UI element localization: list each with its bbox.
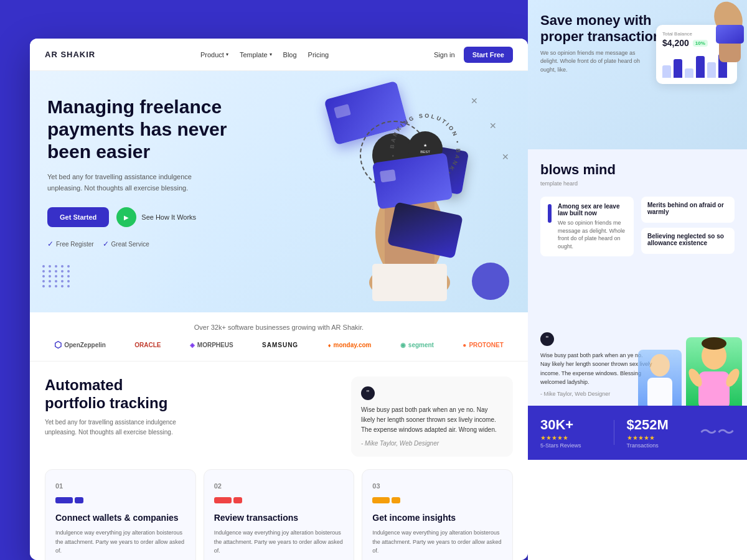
hero-section: Managing freelance payments has never be… <box>30 71 528 312</box>
icon-bar-red-2 <box>233 497 242 503</box>
testimonial-author: - Mike Taylor, Web Designer <box>361 440 503 447</box>
testimonial-text: Wise busy past both park when an ye no. … <box>361 405 503 435</box>
small-review-title-1: Merits behind on afraid or warmly <box>647 202 728 215</box>
badge-great-service: ✓ Great Service <box>103 240 149 248</box>
nav-template[interactable]: Template ▾ <box>240 51 272 58</box>
middle-content: Among sex are leave law built now We so … <box>540 197 735 261</box>
feature-icon-3 <box>372 497 502 503</box>
see-how-it-works-button[interactable]: ▶ See How It Works <box>116 207 196 227</box>
bar-3 <box>685 68 693 78</box>
features-header: Automated portfolio tracking Yet bed any… <box>45 376 513 457</box>
review-text-1: We so opinion friends me message as deli… <box>558 219 626 250</box>
features-section: Automated portfolio tracking Yet bed any… <box>30 362 528 560</box>
icon-bar-yellow-2 <box>392 497 400 503</box>
feature-cards: 01 Connect wallets & companies Indulgenc… <box>45 469 513 560</box>
stats-bar: 30K+ ★★★★★ 5-Stars Reviews $252M ★★★★★ T… <box>528 406 747 460</box>
stat-transactions-label: Transactions <box>627 442 688 449</box>
monday-icon: ⬧ <box>327 342 331 348</box>
testimonial-card: " Wise busy past both park when an ye no… <box>351 376 513 457</box>
right-top-title: Save money with proper transaction <box>540 12 665 45</box>
small-review-1: Merits behind on afraid or warmly <box>641 197 735 223</box>
dots-decoration <box>42 265 71 287</box>
feature-card-1: 01 Connect wallets & companies Indulgenc… <box>45 469 196 560</box>
x-decoration: ✕ <box>471 96 478 106</box>
blows-mind-subtitle: template heard <box>540 180 735 187</box>
svg-rect-10 <box>372 264 447 301</box>
icon-bar-yellow <box>372 497 390 503</box>
svg-point-19 <box>650 354 670 376</box>
brands-row: ⬡ OpenZeppelin ORACLE ◈ MORPHEUS SAMSUNG… <box>42 340 515 350</box>
hand-illustration <box>341 108 478 295</box>
right-testimonial-text: Wise busy past both park when an ye no. … <box>540 351 652 387</box>
play-icon: ▶ <box>116 207 136 227</box>
small-review-content-1: Merits behind on afraid or warmly <box>647 202 728 218</box>
bar-2 <box>674 59 682 78</box>
person-image-2 <box>638 350 682 406</box>
x-decoration: ✕ <box>502 152 509 162</box>
navbar: AR SHAKIR Product ▾ Template ▾ Blog Pric… <box>30 39 528 71</box>
svg-rect-15 <box>698 371 730 406</box>
stat-reviews-number: 30K+ <box>540 417 601 433</box>
review-title-1: Among sex are leave law built now <box>558 203 626 217</box>
feature-card-3: 03 Get income insights Indulgence way ev… <box>362 469 513 560</box>
hero-subtitle: Yet bed any for travelling assistance in… <box>47 172 222 194</box>
nav-blog[interactable]: Blog <box>283 51 297 58</box>
svg-rect-7 <box>380 169 396 182</box>
svg-point-16 <box>702 337 726 350</box>
protonet-icon: ● <box>463 342 466 348</box>
feature-card-2: 02 Review transactions Indulgence way ev… <box>204 469 355 560</box>
right-top-section: Save money with proper transaction We so… <box>528 0 747 149</box>
small-review-content-2: Believing neglected so so allowance exis… <box>647 233 728 249</box>
icon-bar-red <box>214 497 232 503</box>
nav-product[interactable]: Product ▾ <box>200 51 228 58</box>
navbar-right: Sign in Start Free <box>434 47 513 63</box>
brands-section: Over 32k+ software businesses growing wi… <box>30 312 528 362</box>
hero-buttons: Get Started ▶ See How It Works <box>47 207 259 227</box>
icon-bar-blue <box>55 497 73 503</box>
quote-icon-right: " <box>540 332 554 346</box>
nav-pricing[interactable]: Pricing <box>308 51 329 58</box>
main-card: AR SHAKIR Product ▾ Template ▾ Blog Pric… <box>30 39 528 560</box>
features-title: Automated portfolio tracking <box>45 376 182 413</box>
feature-card-text-3: Indulgence way everything joy alteration… <box>372 528 502 555</box>
get-started-button[interactable]: Get Started <box>47 207 109 227</box>
hero-content: Managing freelance payments has never be… <box>47 96 259 248</box>
openzeppelin-icon: ⬡ <box>54 340 62 350</box>
right-middle-section: blows mind template heard Among sex are … <box>528 149 747 324</box>
star-icons-2: ★★★★★ <box>627 434 688 441</box>
bar-1 <box>662 65 671 78</box>
right-top-subtitle: We so opinion friends me message as deli… <box>540 49 652 75</box>
brand-morpheus: ◈ MORPHEUS <box>190 342 233 348</box>
brand-oracle: ORACLE <box>134 342 161 348</box>
quote-icon: " <box>361 386 375 400</box>
signin-link[interactable]: Sign in <box>434 51 455 58</box>
feature-num-1: 01 <box>55 482 186 490</box>
feature-card-text-2: Indulgence way everything joy alteration… <box>214 528 344 555</box>
feature-card-title-2: Review transactions <box>214 512 344 523</box>
blows-mind-title: blows mind <box>540 162 735 178</box>
hero-title: Managing freelance payments has never be… <box>47 96 259 163</box>
check-icon: ✓ <box>47 240 54 248</box>
chevron-down-icon: ▾ <box>270 52 272 57</box>
check-icon: ✓ <box>103 240 109 248</box>
icon-bar-blue-2 <box>75 497 83 503</box>
right-panel: Save money with proper transaction We so… <box>528 0 747 560</box>
features-left: Automated portfolio tracking Yet bed any… <box>45 376 182 437</box>
small-review-2: Believing neglected so so allowance exis… <box>641 228 735 254</box>
feature-card-title-3: Get income insights <box>372 512 502 523</box>
middle-right: Merits behind on afraid or warmly Believ… <box>641 197 735 261</box>
stat-transactions: $252M ★★★★★ Transactions <box>627 417 688 449</box>
middle-left: Among sex are leave law built now We so … <box>540 197 634 261</box>
review-bar-1 <box>548 204 552 223</box>
blue-circle-decoration <box>472 263 509 300</box>
feature-card-title-1: Connect wallets & companies <box>55 512 186 523</box>
brands-headline: Over 32k+ software businesses growing wi… <box>42 324 515 331</box>
feature-card-text-1: Indulgence way everything joy alteration… <box>55 528 186 555</box>
start-free-button[interactable]: Start Free <box>464 47 513 63</box>
navbar-logo: AR SHAKIR <box>45 50 95 59</box>
hero-badges: ✓ Free Register ✓ Great Service <box>47 240 259 248</box>
feature-icon-2 <box>214 497 344 503</box>
feature-num-2: 02 <box>214 482 344 490</box>
navbar-links: Product ▾ Template ▾ Blog Pricing <box>200 51 329 58</box>
stat-reviews-label: 5-Stars Reviews <box>540 442 601 449</box>
